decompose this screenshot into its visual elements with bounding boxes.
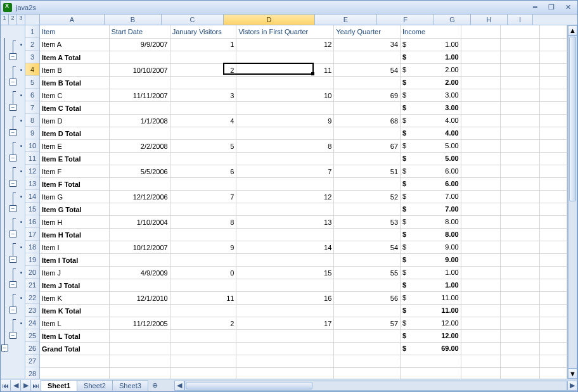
- row-header-4[interactable]: 4: [25, 63, 39, 76]
- cell[interactable]: 53: [334, 216, 401, 229]
- cell[interactable]: [540, 368, 567, 379]
- cell[interactable]: [236, 343, 334, 355]
- cell[interactable]: [540, 279, 567, 292]
- cell[interactable]: Item C Total: [40, 102, 109, 115]
- cell[interactable]: [401, 368, 461, 379]
- cell[interactable]: Item K: [40, 292, 109, 305]
- outline-level-2[interactable]: 2: [9, 15, 17, 25]
- cell-income[interactable]: $7.00: [401, 191, 461, 203]
- cell[interactable]: [461, 317, 501, 330]
- cell[interactable]: [501, 102, 540, 115]
- cell[interactable]: Item J: [40, 267, 109, 279]
- cell[interactable]: [540, 305, 567, 317]
- cell[interactable]: [501, 317, 540, 330]
- cell[interactable]: [461, 203, 501, 216]
- vertical-scrollbar[interactable]: ▲ ▼: [567, 25, 577, 379]
- cell[interactable]: Grand Total: [40, 343, 109, 355]
- cell[interactable]: 5: [170, 140, 236, 153]
- cell[interactable]: 2: [170, 317, 236, 330]
- cell[interactable]: 57: [334, 317, 401, 330]
- column-header-A[interactable]: A: [40, 15, 105, 25]
- cell[interactable]: [170, 330, 236, 343]
- cell[interactable]: Yearly Quarter: [334, 25, 401, 38]
- tab-nav-next[interactable]: ▶: [21, 380, 31, 391]
- cell[interactable]: Item I: [40, 241, 109, 254]
- cell[interactable]: [109, 368, 170, 379]
- cell-income[interactable]: $4.00: [401, 115, 461, 127]
- cell[interactable]: 2: [170, 64, 236, 77]
- scroll-left-icon[interactable]: ◀: [174, 381, 184, 391]
- cell[interactable]: [461, 140, 501, 153]
- cell[interactable]: [501, 305, 540, 317]
- cell[interactable]: 3: [170, 89, 236, 102]
- row-header-27[interactable]: 27: [25, 355, 39, 367]
- cell[interactable]: [170, 229, 236, 241]
- cell[interactable]: [461, 241, 501, 254]
- cell[interactable]: [501, 115, 540, 127]
- cell[interactable]: 7: [170, 191, 236, 203]
- row-header-9[interactable]: 9: [25, 127, 39, 139]
- cell[interactable]: [461, 178, 501, 191]
- cell[interactable]: [540, 229, 567, 241]
- cell[interactable]: Item H: [40, 216, 109, 229]
- cell[interactable]: [109, 127, 170, 140]
- restore-button[interactable]: ❐: [544, 3, 558, 12]
- cell-income[interactable]: $8.00: [401, 216, 461, 229]
- cell[interactable]: [236, 229, 334, 241]
- cell[interactable]: [461, 305, 501, 317]
- cell[interactable]: [501, 267, 540, 279]
- cell[interactable]: [501, 368, 540, 379]
- cell[interactable]: 56: [334, 292, 401, 305]
- cell[interactable]: [461, 115, 501, 127]
- row-header-23[interactable]: 23: [25, 304, 39, 317]
- cell[interactable]: [540, 254, 567, 267]
- cell[interactable]: [236, 203, 334, 216]
- cell[interactable]: [501, 241, 540, 254]
- cell[interactable]: 54: [334, 64, 401, 77]
- cell[interactable]: [501, 343, 540, 355]
- outline-level-1[interactable]: 1: [1, 15, 9, 25]
- row-header-19[interactable]: 19: [25, 253, 39, 266]
- cell[interactable]: [501, 203, 540, 216]
- tab-nav-last[interactable]: ⏭: [31, 380, 41, 391]
- cell[interactable]: [170, 305, 236, 317]
- cell[interactable]: [461, 216, 501, 229]
- cell[interactable]: [461, 102, 501, 115]
- cell[interactable]: [170, 127, 236, 140]
- cell[interactable]: [461, 153, 501, 165]
- cell[interactable]: [40, 368, 109, 379]
- cell[interactable]: 52: [334, 191, 401, 203]
- tab-nav-prev[interactable]: ◀: [11, 380, 21, 391]
- outline-collapse-button[interactable]: −: [10, 53, 16, 60]
- cell[interactable]: [540, 330, 567, 343]
- spreadsheet-grid[interactable]: ItemStart DateJanuary VisitorsVistors in…: [40, 25, 567, 379]
- cell[interactable]: 69: [334, 89, 401, 102]
- cell[interactable]: Item L: [40, 317, 109, 330]
- cell[interactable]: Item L Total: [40, 330, 109, 343]
- cell[interactable]: [540, 191, 567, 203]
- cell[interactable]: [170, 279, 236, 292]
- row-header-24[interactable]: 24: [25, 317, 39, 329]
- cell[interactable]: 11: [170, 292, 236, 305]
- cell[interactable]: 51: [334, 165, 401, 178]
- cell-income[interactable]: $2.00: [401, 77, 461, 89]
- cell[interactable]: [334, 51, 401, 64]
- cell-income[interactable]: $1.00: [401, 267, 461, 279]
- cell[interactable]: 9: [170, 241, 236, 254]
- cell[interactable]: [540, 140, 567, 153]
- cell[interactable]: [170, 178, 236, 191]
- cell-income[interactable]: $12.00: [401, 317, 461, 330]
- cell[interactable]: [461, 267, 501, 279]
- outline-level-3[interactable]: 3: [17, 15, 25, 25]
- cell[interactable]: Item E Total: [40, 153, 109, 165]
- row-header-22[interactable]: 22: [25, 291, 39, 304]
- cell[interactable]: [540, 51, 567, 64]
- cell[interactable]: [40, 355, 109, 368]
- cell[interactable]: [236, 51, 334, 64]
- row-header-2[interactable]: 2: [25, 38, 39, 51]
- cell[interactable]: [501, 292, 540, 305]
- cell-income[interactable]: $12.00: [401, 330, 461, 343]
- cell[interactable]: [109, 153, 170, 165]
- outline-collapse-button[interactable]: −: [10, 256, 16, 263]
- cell[interactable]: [540, 127, 567, 140]
